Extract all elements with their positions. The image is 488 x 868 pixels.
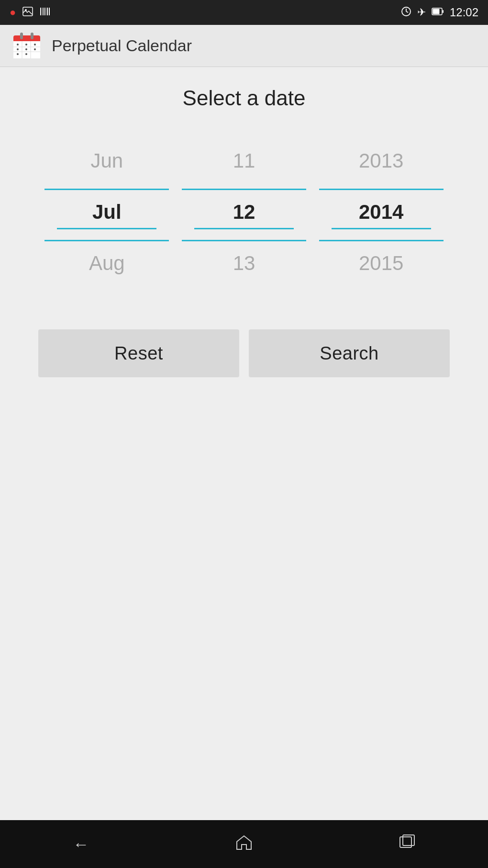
svg-point-23 [34, 44, 36, 45]
main-content: Select a date Jun 11 2013 Jul 12 2014 [0, 67, 488, 820]
svg-rect-7 [49, 8, 50, 15]
day-below[interactable]: 13 [182, 252, 306, 281]
svg-rect-30 [31, 33, 33, 39]
svg-point-22 [25, 44, 27, 45]
time-display: 12:02 [450, 6, 478, 19]
image-icon [22, 7, 33, 19]
year-below[interactable]: 2015 [319, 252, 444, 281]
svg-rect-4 [44, 8, 44, 15]
svg-rect-3 [42, 8, 43, 15]
svg-point-26 [34, 48, 36, 50]
year-above[interactable]: 2013 [319, 149, 444, 178]
svg-point-25 [25, 48, 27, 50]
svg-rect-29 [20, 33, 23, 39]
clock-icon [401, 6, 411, 19]
recents-button[interactable] [399, 834, 415, 854]
reset-button[interactable]: Reset [38, 329, 239, 377]
location-icon: ● [10, 6, 16, 19]
svg-point-27 [17, 53, 19, 55]
svg-line-10 [406, 11, 408, 12]
status-bar-right-icons: ✈ 12:02 [401, 6, 478, 19]
date-row-selected[interactable]: Jul 12 2014 [38, 190, 450, 240]
action-buttons-row: Reset Search [38, 329, 450, 377]
nav-bar: ← [0, 820, 488, 868]
month-selected[interactable]: Jul [44, 201, 169, 229]
back-button[interactable]: ← [73, 835, 89, 854]
date-picker[interactable]: Jun 11 2013 Jul 12 2014 Aug 13 2015 [38, 139, 450, 291]
app-icon [11, 30, 42, 62]
airplane-icon: ✈ [417, 6, 426, 19]
app-title: Perpetual Calendar [52, 36, 192, 55]
svg-point-28 [25, 53, 27, 55]
svg-rect-6 [47, 8, 48, 15]
status-bar-left-icons: ● [10, 6, 50, 19]
svg-rect-13 [443, 10, 444, 13]
barcode-icon [40, 7, 50, 19]
svg-rect-12 [433, 9, 439, 14]
day-above[interactable]: 11 [182, 149, 306, 178]
month-above[interactable]: Jun [44, 149, 169, 178]
status-bar: ● ✈ [0, 0, 488, 25]
home-button[interactable] [235, 834, 253, 854]
day-selected[interactable]: 12 [182, 201, 306, 229]
search-button[interactable]: Search [249, 329, 450, 377]
svg-point-24 [17, 48, 19, 50]
app-bar: Perpetual Calendar [0, 25, 488, 67]
month-below[interactable]: Aug [44, 252, 169, 281]
year-selected[interactable]: 2014 [319, 201, 444, 229]
date-row-above[interactable]: Jun 11 2013 [38, 139, 450, 189]
date-row-below[interactable]: Aug 13 2015 [38, 241, 450, 291]
battery-icon [432, 7, 444, 18]
select-date-heading: Select a date [183, 86, 306, 110]
svg-point-21 [17, 44, 19, 45]
svg-rect-2 [40, 8, 41, 15]
svg-rect-5 [45, 8, 46, 15]
